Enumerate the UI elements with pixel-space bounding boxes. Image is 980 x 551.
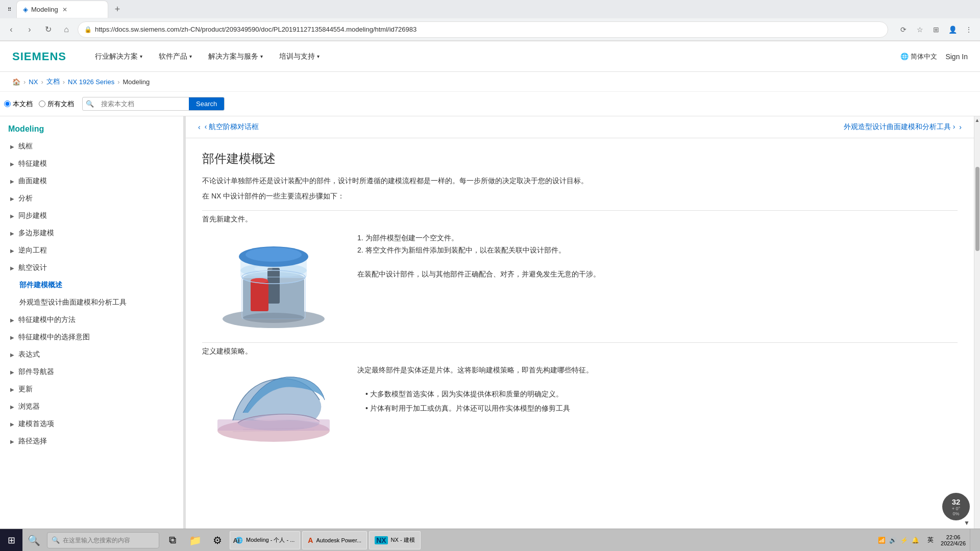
tab-favicon: ◈	[23, 6, 28, 13]
taskbar-app-nx[interactable]: NX NX - 建模	[369, 531, 421, 549]
file-explorer-icon: 📁	[189, 534, 202, 546]
back-btn[interactable]: ‹	[4, 22, 18, 37]
extensions-icon[interactable]: ⊞	[929, 22, 943, 37]
home-btn[interactable]: ⌂	[59, 22, 74, 37]
ai-label[interactable]: Ai	[226, 530, 247, 551]
url-input[interactable]	[95, 26, 881, 33]
breadcrumb-home[interactable]: 🏠	[12, 78, 20, 86]
show-desktop-btn[interactable]	[970, 529, 980, 552]
new-tab-btn[interactable]: +	[110, 2, 125, 16]
tab-close-btn[interactable]: ✕	[62, 6, 67, 13]
search-icon-small: 🔍	[52, 536, 60, 544]
content-scrollbar[interactable]: ▲ ▼	[974, 116, 980, 551]
sidebar-item-modeling-preferences[interactable]: ▶ 建模首选项	[0, 415, 183, 433]
search-input[interactable]	[97, 98, 189, 110]
translate-icon[interactable]: ⟳	[896, 22, 911, 37]
refresh-btn[interactable]: ↻	[41, 22, 55, 37]
search-icon: 🔍	[83, 100, 97, 108]
nav-training[interactable]: 培训与支持 ▾	[271, 41, 328, 72]
arrow-icon: ▶	[10, 196, 14, 202]
sidebar-item-surface-modeling[interactable]: ▶ 曲面建模	[0, 172, 183, 190]
section-2-content: 决定最终部件是实体还是片体。这将影响建模策略，即首先构建哪些特征。 • 大多数模…	[202, 364, 958, 446]
section-2-point-3: • 片体有时用于加工或仿真。片体还可以用作实体模型的修剪工具	[365, 403, 958, 415]
taskbar-file-explorer[interactable]: 📁	[184, 529, 206, 552]
sidebar-item-sync-modeling[interactable]: ▶ 同步建模	[0, 207, 183, 224]
section-2-point-2: • 大多数模型首选实体，因为实体提供体积和质量的明确定义。	[365, 388, 958, 400]
taskbar-app-autodesk-label: Autodesk Power...	[316, 537, 361, 543]
tab-title: Modeling	[31, 6, 58, 13]
battery-icon[interactable]: ⚡	[899, 535, 909, 545]
svg-rect-7	[267, 268, 280, 304]
nx-icon: NX	[375, 536, 387, 544]
taskbar-search-input[interactable]	[63, 537, 144, 544]
sidebar-item-browser[interactable]: ▶ 浏览器	[0, 398, 183, 415]
arrow-icon: ▶	[10, 335, 14, 340]
browser-menu-icon[interactable]: ⠿	[4, 4, 14, 14]
scroll-indicator: 32 + 0° 0%	[942, 493, 970, 520]
volume-icon[interactable]: 🔊	[888, 535, 898, 545]
sidebar-item-expressions[interactable]: ▶ 表达式	[0, 346, 183, 363]
bookmark-icon[interactable]: ☆	[913, 22, 927, 37]
more-icon[interactable]: ⋮	[962, 22, 976, 37]
language-selector[interactable]: 🌐 简体中文	[900, 52, 937, 61]
next-page-link[interactable]: 外观造型设计曲面建模和分析工具 › ›	[844, 122, 962, 132]
sidebar-item-selection-intent[interactable]: ▶ 特征建模中的选择意图	[0, 329, 183, 346]
article-desc-1: 不论设计单独部件还是设计装配中的部件，设计时所遵循的建模流程都是一样的。每一步所…	[202, 175, 958, 186]
taskbar-search-icon[interactable]: 🔍	[22, 529, 45, 552]
nav-solutions[interactable]: 解决方案与服务 ▾	[200, 41, 271, 72]
taskbar-search-bar[interactable]: 🔍	[47, 532, 159, 548]
radio-group: 本文档 所有文档	[4, 99, 74, 109]
sidebar-item-update[interactable]: ▶ 更新	[0, 381, 183, 398]
section-1-label: 首先新建文件。	[202, 215, 958, 224]
main-layout: Modeling ▶ 线框 ▶ 特征建模 ▶ 曲面建模 ▶ 分析 ▶ 同步建模 …	[0, 116, 980, 551]
nav-industry[interactable]: 行业解决方案 ▾	[87, 41, 151, 72]
sidebar-item-analysis[interactable]: ▶ 分析	[0, 190, 183, 207]
sidebar-item-aerospace-design[interactable]: ▶ 航空设计	[0, 259, 183, 277]
active-tab[interactable]: ◈ Modeling ✕	[16, 1, 108, 18]
sidebar-item-wireframe[interactable]: ▶ 线框	[0, 138, 183, 155]
taskbar-app-autodesk[interactable]: A Autodesk Power...	[302, 531, 367, 549]
taskbar-language[interactable]: 英	[924, 536, 937, 544]
arrow-icon: ▶	[10, 265, 14, 271]
svg-point-6	[246, 247, 302, 262]
sidebar-item-part-navigator[interactable]: ▶ 部件导航器	[0, 363, 183, 381]
prev-page-link[interactable]: ‹ ‹ 航空阶梯对话框	[198, 122, 259, 132]
section-2-label: 定义建模策略。	[202, 347, 958, 356]
taskbar: ⊞ 🔍 🔍 ⧉ 📁 ⚙ 🌐 Modeling - 个人 - ... A Auto…	[0, 529, 980, 551]
sidebar-item-polygon-modeling[interactable]: ▶ 多边形建模	[0, 224, 183, 242]
chevron-left-icon: ‹	[198, 123, 201, 131]
sidebar-item-styling-tools[interactable]: 外观造型设计曲面建模和分析工具	[0, 294, 183, 311]
notification-icon[interactable]: 🔔	[910, 535, 920, 545]
search-icon: 🔍	[28, 534, 40, 546]
scrollbar-up-btn[interactable]: ▲	[975, 117, 980, 123]
taskbar-clock[interactable]: 22:06 2022/4/26	[937, 534, 970, 546]
start-button[interactable]: ⊞	[0, 529, 22, 552]
radio-this-doc[interactable]: 本文档	[4, 99, 33, 109]
sidebar-item-path-selection[interactable]: ▶ 路径选择	[0, 433, 183, 450]
model-image-2	[202, 364, 345, 446]
arrow-icon: ▶	[10, 231, 14, 236]
model-image-1	[202, 232, 345, 334]
sidebar-item-feature-methods[interactable]: ▶ 特征建模中的方法	[0, 311, 183, 329]
forward-btn[interactable]: ›	[22, 22, 37, 37]
section-2-point-1: 决定最终部件是实体还是片体。这将影响建模策略，即首先构建哪些特征。	[357, 364, 958, 377]
breadcrumb-nx-series[interactable]: NX 1926 Series	[68, 78, 114, 86]
arrow-icon: ▶	[10, 404, 14, 410]
breadcrumb-nx[interactable]: NX	[29, 78, 38, 86]
address-bar[interactable]: 🔒	[78, 21, 888, 38]
scrollbar-thumb[interactable]	[975, 167, 979, 251]
nav-software[interactable]: 软件产品 ▾	[151, 41, 200, 72]
taskbar-app-edge-label: Modeling - 个人 - ...	[246, 536, 295, 544]
network-icon[interactable]: 📶	[876, 535, 887, 545]
sidebar-item-feature-modeling[interactable]: ▶ 特征建模	[0, 155, 183, 172]
sidebar-item-part-modeling-overview[interactable]: 部件建模概述	[0, 277, 183, 294]
sidebar-item-reverse-engineering[interactable]: ▶ 逆向工程	[0, 242, 183, 259]
breadcrumb-docs[interactable]: 文档	[46, 77, 60, 86]
breadcrumb: 🏠 › NX › 文档 › NX 1926 Series › Modeling	[0, 72, 980, 92]
taskbar-task-view[interactable]: ⧉	[161, 529, 184, 552]
signin-button[interactable]: Sign In	[945, 53, 968, 61]
search-button[interactable]: Search	[189, 97, 224, 110]
radio-all-docs[interactable]: 所有文档	[39, 99, 74, 109]
sidebar: Modeling ▶ 线框 ▶ 特征建模 ▶ 曲面建模 ▶ 分析 ▶ 同步建模 …	[0, 116, 184, 551]
user-icon[interactable]: 👤	[945, 22, 960, 37]
